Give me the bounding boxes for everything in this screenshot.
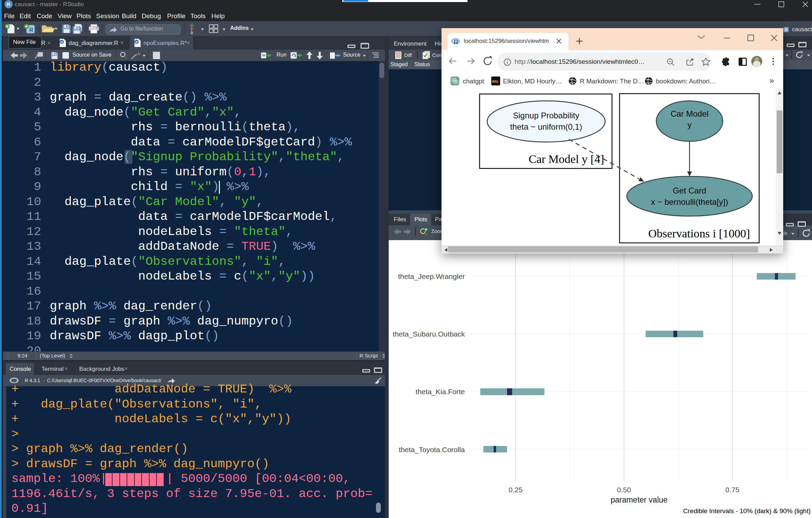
svg-text:Observations i [1000]: Observations i [1000] <box>648 227 750 240</box>
svg-text:Car Model: Car Model <box>671 109 709 118</box>
svg-text:Car Model y [4]: Car Model y [4] <box>529 153 604 165</box>
svg-text:theta ~ uniform(0,1): theta ~ uniform(0,1) <box>510 122 582 131</box>
svg-text:R: R <box>29 27 33 33</box>
svg-text:y: y <box>687 120 692 129</box>
svg-text:R: R <box>785 28 788 32</box>
svg-text:R: R <box>454 38 458 46</box>
svg-text:Get Card: Get Card <box>673 186 706 195</box>
svg-text:R: R <box>7 1 11 7</box>
svg-text:Signup Probability: Signup Probability <box>513 111 579 120</box>
svg-text:R: R <box>61 40 63 44</box>
svg-text:R: R <box>136 40 138 44</box>
svg-text:x ~ bernoulli(theta[y]): x ~ bernoulli(theta[y]) <box>651 197 728 207</box>
